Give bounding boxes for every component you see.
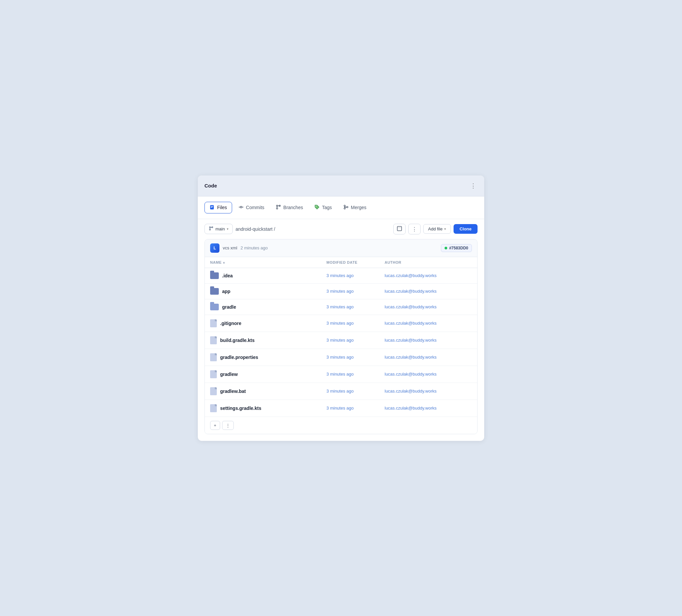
table-row[interactable]: gradle 3 minutes ago lucas.czulak@buddy.…: [205, 299, 477, 315]
tab-files[interactable]: Files: [204, 202, 232, 213]
modified-date-cell: 3 minutes ago: [326, 338, 385, 343]
add-file-label: Add file: [428, 226, 442, 231]
add-file-chevron-icon: ▾: [444, 227, 446, 231]
add-icon: +: [214, 423, 217, 428]
clone-button[interactable]: Clone: [454, 224, 478, 234]
more-action-button[interactable]: ⋮: [222, 421, 234, 430]
author-cell: lucas.czulak@buddy.works: [385, 338, 472, 343]
tab-branches[interactable]: Branches: [271, 202, 308, 213]
avatar: L: [210, 244, 220, 253]
more-icon: ⋮: [226, 423, 230, 428]
tab-merges-label: Merges: [351, 205, 367, 210]
add-file-button[interactable]: Add file ▾: [423, 224, 451, 234]
table-row[interactable]: gradlew.bat 3 minutes ago lucas.czulak@b…: [205, 383, 477, 400]
branch-chevron-icon: ▾: [227, 227, 228, 231]
modified-date-cell: 3 minutes ago: [326, 372, 385, 377]
bottom-actions: + ⋮: [205, 416, 477, 434]
commit-message: vcs xml: [223, 245, 237, 250]
commit-time: 2 minutes ago: [241, 245, 268, 250]
file-name-cell: settings.gradle.kts: [210, 404, 326, 412]
file-name: build.gradle.kts: [220, 338, 254, 343]
table-body: .idea 3 minutes ago lucas.czulak@buddy.w…: [205, 268, 477, 416]
file-icon: [210, 404, 217, 412]
branches-icon: [276, 204, 281, 211]
table-header: NAME ▴ MODIFIED DATE AUTHOR: [205, 257, 477, 268]
tab-commits-label: Commits: [246, 205, 265, 210]
branch-selector[interactable]: main ▾: [204, 224, 233, 234]
file-name-cell: build.gradle.kts: [210, 336, 326, 344]
file-icon: [210, 387, 217, 395]
commit-hash[interactable]: #7583DD0: [441, 244, 472, 252]
table-row[interactable]: gradle.properties 3 minutes ago lucas.cz…: [205, 349, 477, 366]
svg-point-16: [209, 229, 211, 230]
sort-icon: ▴: [223, 261, 225, 264]
commit-status-dot: [445, 247, 447, 249]
file-icon: [210, 370, 217, 378]
clone-label: Clone: [459, 226, 472, 231]
file-name-cell: app: [210, 288, 326, 295]
file-name: .gitignore: [220, 321, 242, 326]
file-name: gradlew: [220, 372, 238, 377]
svg-rect-19: [397, 226, 402, 231]
svg-point-10: [316, 205, 316, 206]
folder-icon: [210, 304, 219, 310]
file-name: .idea: [222, 273, 233, 278]
panel-title: Code: [204, 183, 217, 188]
file-icon: [210, 353, 217, 361]
table-row[interactable]: app 3 minutes ago lucas.czulak@buddy.wor…: [205, 284, 477, 299]
file-name-cell: .gitignore: [210, 319, 326, 327]
author-cell: lucas.czulak@buddy.works: [385, 389, 472, 393]
breadcrumb: android-quickstart /: [235, 226, 275, 232]
branch-icon: [209, 226, 213, 232]
svg-point-7: [276, 208, 278, 209]
folder-icon: [210, 288, 219, 295]
expand-button[interactable]: [393, 224, 406, 234]
commit-left: L vcs xml 2 minutes ago: [210, 244, 268, 253]
svg-point-11: [344, 205, 345, 206]
svg-rect-2: [211, 207, 212, 208]
tab-branches-label: Branches: [283, 205, 303, 210]
commit-hash-text: #7583DD0: [449, 246, 468, 250]
svg-point-13: [347, 206, 348, 208]
modified-date-cell: 3 minutes ago: [326, 389, 385, 393]
table-row[interactable]: settings.gradle.kts 3 minutes ago lucas.…: [205, 400, 477, 416]
table-row[interactable]: build.gradle.kts 3 minutes ago lucas.czu…: [205, 332, 477, 349]
tab-commits[interactable]: Commits: [233, 202, 269, 213]
author-cell: lucas.czulak@buddy.works: [385, 273, 472, 278]
modified-date-cell: 3 minutes ago: [326, 355, 385, 360]
branch-name: main: [215, 226, 225, 231]
file-icon: [210, 319, 217, 327]
header-modified: MODIFIED DATE: [326, 260, 385, 265]
add-action-button[interactable]: +: [210, 421, 220, 430]
file-table-container: L vcs xml 2 minutes ago #7583DD0 NAME ▴ …: [204, 239, 478, 434]
file-name-cell: gradle: [210, 304, 326, 310]
merges-icon: [343, 204, 349, 211]
toolbar-right: ⋮ Add file ▾ Clone: [393, 224, 478, 234]
author-cell: lucas.czulak@buddy.works: [385, 355, 472, 360]
commits-icon: [238, 204, 244, 211]
panel-menu-icon[interactable]: ⋮: [469, 181, 478, 191]
folder-icon: [210, 272, 219, 279]
table-row[interactable]: gradlew 3 minutes ago lucas.czulak@buddy…: [205, 366, 477, 383]
header-author: AUTHOR: [385, 260, 472, 265]
file-name: gradle: [222, 304, 236, 310]
author-cell: lucas.czulak@buddy.works: [385, 372, 472, 377]
file-name: gradlew.bat: [220, 389, 246, 394]
files-icon: [209, 204, 215, 211]
file-icon: [210, 336, 217, 344]
modified-date-cell: 3 minutes ago: [326, 304, 385, 309]
expand-icon: [397, 226, 402, 232]
header-name[interactable]: NAME ▴: [210, 260, 326, 265]
file-name: settings.gradle.kts: [220, 406, 262, 411]
commit-row: L vcs xml 2 minutes ago #7583DD0: [205, 239, 477, 257]
author-cell: lucas.czulak@buddy.works: [385, 321, 472, 326]
tags-icon: [314, 204, 320, 211]
file-name-cell: gradle.properties: [210, 353, 326, 361]
tab-tags[interactable]: Tags: [309, 202, 337, 213]
tab-merges[interactable]: Merges: [338, 202, 372, 213]
file-name: gradle.properties: [220, 355, 258, 360]
table-row[interactable]: .idea 3 minutes ago lucas.czulak@buddy.w…: [205, 268, 477, 284]
svg-point-3: [240, 206, 242, 208]
more-options-button[interactable]: ⋮: [408, 224, 420, 234]
table-row[interactable]: .gitignore 3 minutes ago lucas.czulak@bu…: [205, 315, 477, 332]
